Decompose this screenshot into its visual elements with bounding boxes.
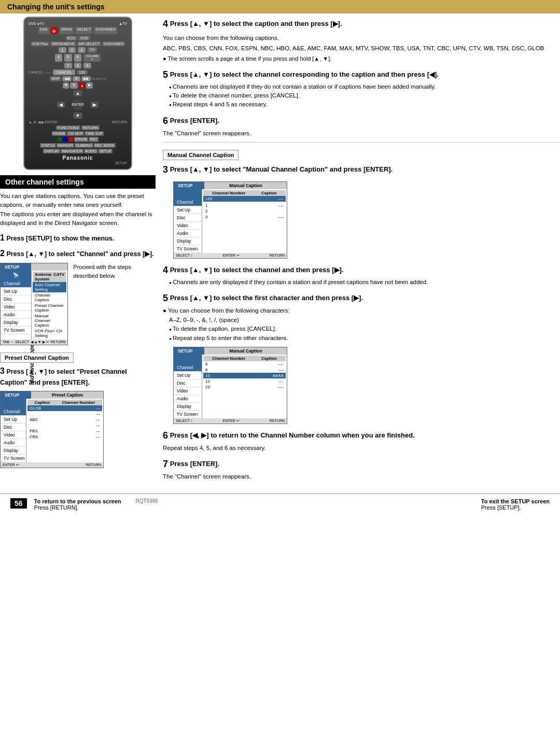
manual2-setup: Set Up [174,372,202,379]
bottom-return-label: To return to the previous screen [34,498,121,504]
manual2-6-ch: 6 [205,362,207,367]
header-title: Changing the unit's settings [7,3,105,11]
step-4-manual: 4 Press [▲, ▼] to select the channel and… [163,263,560,287]
preset-display-menu: Display [1,447,26,455]
remote-7-btn: 7 [64,63,72,68]
manual1-enter-label: ENTER ↩ [223,253,240,258]
bottom-exit-label: To exit the SETUP screen [481,498,550,504]
preset-cbs-ch: --- [96,434,100,439]
preset-glob-label: GLOB [30,406,41,411]
step-6-manual-text: Press [◀, ▶] to return to the Channel Nu… [170,431,415,439]
arrows-label-ext: ▲,▼,◀,▶ ENTER [29,120,57,124]
remote-tv-label: ▲TV [119,22,127,25]
remote-dvd-btn: DVD [38,27,49,34]
preset-caption-col: Caption [35,400,50,405]
manual1-title: Manual Caption [205,182,287,189]
remote-recmode-btn: REC MODE [94,143,116,148]
step-5-bullet-3: Repeat steps 4 and 5 as necessary. [169,100,560,109]
preset-disc-menu: Disc [1,424,26,431]
preset-screen-header: SETUP Preset Caption [1,391,103,399]
remote-right-btn: ▶ [91,102,99,108]
manual2-row-23: 23 ---- [203,384,286,390]
remote-up-btn: ▲ [74,90,82,96]
manual2-6-cap: ---- [278,362,284,367]
manual1-video: Video [174,222,202,230]
manual2-menu: Channel Set Up Disc Video Audio Display … [174,355,202,418]
remote-100-btn: 100 [77,70,88,75]
panasonic-brand: Panasonic [29,155,127,161]
remote-timesup-btn: TIME SUP [85,131,104,136]
remote-dvdvid2-btn: DVD/VIDEO [102,41,125,46]
bottom-return-section: To return to the previous screen Press [… [34,498,121,511]
preset-channel-menu: Channel [1,408,26,416]
ss-display-item: Display [1,319,31,327]
preset-row-pbs: PBS --- [27,428,102,434]
preset-menu: Channel Set Up Disc Video Audio Display … [1,399,26,462]
preset-tvscreen-menu: TV Screen [1,455,26,462]
remote-marker-btn: MARKER [57,143,74,148]
remote-select-btn: SELECT [75,27,92,34]
remote-pause2-btn: ⏸ [70,82,78,89]
remote-rec-btn: ● [79,82,85,89]
preset-icon-area [1,399,26,408]
remote-fwd-btn: ▶▶ [81,76,91,81]
manual2-body: Channel Set Up Disc Video Audio Display … [174,355,287,418]
step-5-bullets: Channels are not displayed if they do no… [163,82,560,109]
bottom-bar: 56 To return to the previous screen Pres… [0,494,560,515]
manual2-chnum-col: Channel Number [212,356,245,361]
manual-table2-wrap: SETUP Manual Caption Channel Set Up Disc… [173,347,560,424]
ss-channel-item: Channel [1,280,31,288]
step-6-preset-num: 6 [163,116,168,126]
manual1-setup: Set Up [174,206,202,214]
manual1-row-3: 3 ---- [203,214,286,220]
manual2-footer: SELECT ↕ ENTER ↩ RETURN [174,418,287,424]
step-3-preset: 3 Press [▲, ▼] to select "Preset Channel… [0,365,156,388]
preset-row-glob: GLOB --- [27,405,102,411]
remote-dubbing-btn: DUBBING [75,143,93,148]
remote-play-label: PLAY×1.3 [92,77,106,80]
manual2-12-ch: 12 [205,379,210,384]
manual1-tvscreen: TV Screen [174,245,202,253]
preset-setup-menu: Set Up [1,416,26,424]
preset-enter-label: ENTER ↩ [3,463,19,467]
preset-pbs-label: PBS [30,429,38,433]
preset-caption-title: Preset Caption [32,391,103,399]
remote-2-btn: 2 [68,47,76,53]
manual2-row-8: 8 ---- [203,367,286,373]
step-5-manual-note2: A–Z, 0–9, -, &, !, /, (space) [169,315,560,325]
step-3-manual-text: Press [▲, ▼] to select "Manual Channel C… [170,165,393,173]
manual2-video: Video [174,387,202,395]
page-number: 56 [10,498,27,509]
cancel-label-ext: CANCEL —— [29,71,51,74]
step-4-note3: ● The screen scrolls a page at a time if… [163,54,560,64]
preset-abc-ch: --- [96,417,100,422]
step-4-preset-text: Press [▲, ▼] to select the caption and t… [170,20,342,27]
remote-status-btn: STATUS [40,143,56,148]
remote-audio-btn: AUDIO [84,149,97,153]
remote-frame-btn: FRAME [52,131,67,136]
remote-down-btn: ▼ [74,112,82,119]
ss-manualchannel-row: Manual Channel Caption [33,313,66,328]
ss-blank-header [32,263,67,271]
right-column: 4 Press [▲, ▼] to select the caption and… [163,17,560,485]
manual2-tvscreen: TV Screen [174,411,202,418]
manual1-disc: Disc [174,214,202,222]
step-5-bullet-2: To delete the channel number, press [CAN… [169,91,560,100]
ss-right-content: Antenna System CATV Auto Channel Setting… [32,271,67,340]
manual1-row-1: 1 ---- [203,203,286,208]
remote-mrselect-btn: MR SELECT [77,41,101,46]
remote-dvd-label: DVD ●TV [29,22,44,25]
ss-header: SETUP [1,263,67,271]
step-6-preset-note: The "Channel" screen reappears. [163,129,560,138]
manual2-8-ch: 8 [205,368,207,372]
step-2: 2 Press [▲, ▼] to select "Channel" and p… [0,247,156,260]
ss-return-label: ↩ RETURN [46,340,65,344]
ss-icon-area: 📡 [1,271,31,280]
ss-setup-item: Set Up [1,288,31,295]
manual2-8-cap: ---- [278,368,284,372]
preset-right-content: Caption Channel Number GLOB --- --- [26,399,103,462]
manual1-chnum-col: Channel Number [212,191,245,195]
preset-caption-screen: SETUP Preset Caption Channel Set Up Disc… [0,391,104,468]
ss-vcrplus-row: VCR Plus+ CH Setting [33,328,66,339]
remote-play-btn: ▶ [86,82,93,89]
